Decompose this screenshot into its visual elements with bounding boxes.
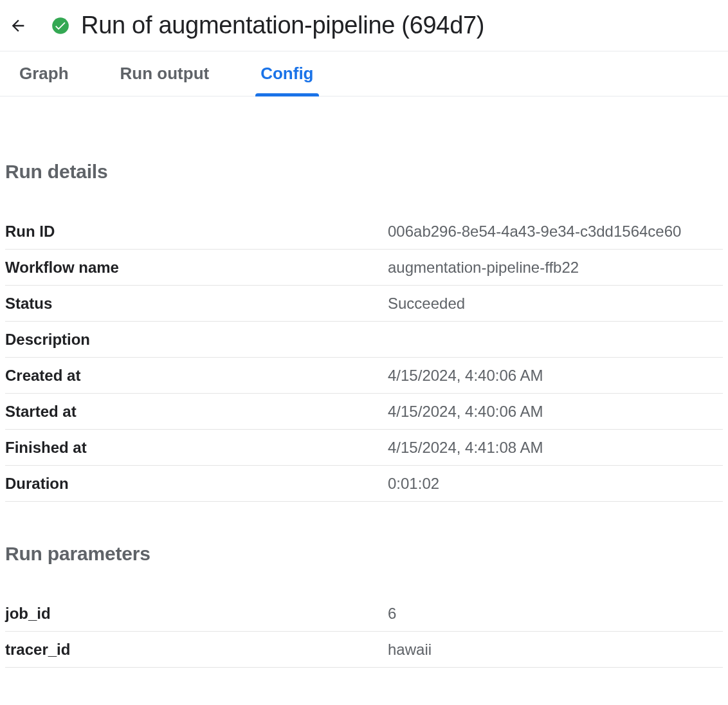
page-title: Run of augmentation-pipeline (694d7): [81, 12, 484, 39]
label-workflow-name: Workflow name: [5, 259, 388, 277]
label-started-at: Started at: [5, 403, 388, 421]
label-run-id: Run ID: [5, 223, 388, 241]
value-workflow-name: augmentation-pipeline-ffb22: [388, 259, 723, 277]
label-created-at: Created at: [5, 367, 388, 385]
row-tracer-id: tracer_id hawaii: [5, 632, 723, 668]
tab-graph[interactable]: Graph: [19, 51, 69, 96]
status-success-icon: [51, 17, 69, 35]
value-tracer-id: hawaii: [388, 641, 723, 659]
run-parameters-heading: Run parameters: [5, 543, 723, 565]
value-finished-at: 4/15/2024, 4:41:08 AM: [388, 439, 723, 457]
row-description: Description: [5, 322, 723, 358]
run-details-heading: Run details: [5, 161, 723, 183]
value-created-at: 4/15/2024, 4:40:06 AM: [388, 367, 723, 385]
row-duration: Duration 0:01:02: [5, 466, 723, 502]
tabs: Graph Run output Config: [0, 51, 728, 96]
content: Run details Run ID 006ab296-8e54-4a43-9e…: [0, 161, 728, 668]
row-finished-at: Finished at 4/15/2024, 4:41:08 AM: [5, 430, 723, 466]
check-circle-icon: [51, 17, 69, 35]
row-created-at: Created at 4/15/2024, 4:40:06 AM: [5, 358, 723, 394]
value-duration: 0:01:02: [388, 475, 723, 493]
label-tracer-id: tracer_id: [5, 641, 388, 659]
tab-run-output[interactable]: Run output: [120, 51, 210, 96]
label-duration: Duration: [5, 475, 388, 493]
svg-point-0: [52, 17, 69, 34]
header-bar: Run of augmentation-pipeline (694d7): [0, 0, 728, 51]
value-run-id: 006ab296-8e54-4a43-9e34-c3dd1564ce60: [388, 223, 723, 241]
row-status: Status Succeeded: [5, 286, 723, 322]
value-status: Succeeded: [388, 295, 723, 313]
row-run-id: Run ID 006ab296-8e54-4a43-9e34-c3dd1564c…: [5, 214, 723, 250]
row-job-id: job_id 6: [5, 596, 723, 632]
value-started-at: 4/15/2024, 4:40:06 AM: [388, 403, 723, 421]
row-workflow-name: Workflow name augmentation-pipeline-ffb2…: [5, 250, 723, 286]
tab-config[interactable]: Config: [260, 51, 313, 96]
back-button[interactable]: [9, 17, 27, 35]
label-status: Status: [5, 295, 388, 313]
arrow-left-icon: [9, 17, 27, 35]
label-finished-at: Finished at: [5, 439, 388, 457]
value-job-id: 6: [388, 605, 723, 623]
label-job-id: job_id: [5, 605, 388, 623]
label-description: Description: [5, 331, 388, 349]
row-started-at: Started at 4/15/2024, 4:40:06 AM: [5, 394, 723, 430]
